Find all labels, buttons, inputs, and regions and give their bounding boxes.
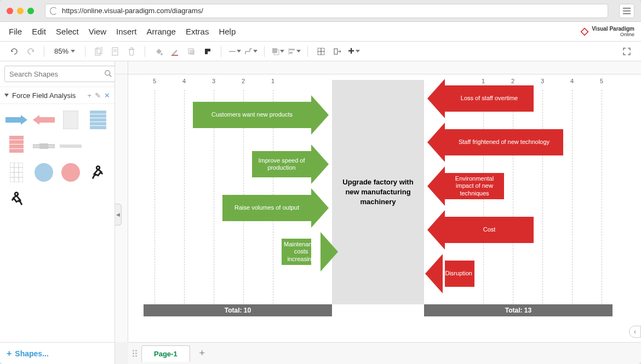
svg-point-7 bbox=[161, 53, 163, 55]
fill-button[interactable] bbox=[152, 45, 165, 58]
close-icon[interactable]: ✕ bbox=[104, 91, 110, 100]
waypoint-button[interactable] bbox=[244, 45, 257, 58]
grip-icon[interactable] bbox=[133, 350, 137, 357]
driving-force-arrow[interactable]: Raise volumes of output bbox=[222, 195, 311, 221]
undo-button[interactable] bbox=[8, 45, 21, 58]
delete-button[interactable] bbox=[125, 45, 138, 58]
arrow-head-icon bbox=[427, 123, 445, 162]
chevron-down-icon bbox=[4, 94, 9, 97]
main-area: Force Field Analysis + ✎ ✕ bbox=[0, 61, 641, 364]
ruler-corner bbox=[115, 61, 128, 74]
reload-icon[interactable] bbox=[50, 7, 58, 15]
driving-force-arrow[interactable]: Improve speed of production bbox=[252, 151, 311, 177]
arrow-head-icon bbox=[425, 254, 443, 293]
grid-button[interactable] bbox=[314, 45, 328, 58]
arrow-head-icon bbox=[321, 232, 338, 271]
menu-arrange[interactable]: Arrange bbox=[147, 27, 176, 36]
arrow-label: Disruption bbox=[443, 270, 474, 277]
shape-circle-blue[interactable] bbox=[32, 161, 56, 184]
canvas-area: ◀ 5432112345Upgrade factory with new man… bbox=[115, 61, 641, 364]
menu-view[interactable]: View bbox=[89, 27, 106, 36]
shape-circle-red[interactable] bbox=[59, 161, 83, 184]
svg-rect-28 bbox=[63, 111, 78, 129]
svg-rect-32 bbox=[90, 122, 106, 125]
chevron-down-icon bbox=[253, 50, 257, 53]
search-shapes-box[interactable] bbox=[4, 66, 117, 82]
chevron-down-icon bbox=[296, 50, 301, 53]
collapse-sidebar-handle[interactable]: ◀ bbox=[115, 204, 122, 226]
shape-bar[interactable] bbox=[32, 135, 56, 158]
expand-format-panel-handle[interactable]: ‹ bbox=[629, 326, 641, 338]
restraining-force-arrow[interactable]: Cost bbox=[445, 217, 534, 243]
svg-rect-33 bbox=[90, 126, 106, 129]
minimize-window-button[interactable] bbox=[17, 8, 24, 14]
shape-empty[interactable] bbox=[86, 135, 110, 158]
shape-grid[interactable] bbox=[4, 161, 28, 184]
shape-stack-red[interactable] bbox=[4, 135, 28, 158]
svg-marker-27 bbox=[33, 115, 39, 125]
shape-bar-thin[interactable] bbox=[59, 135, 83, 158]
restraining-force-arrow[interactable]: Staff frightened of new technology bbox=[445, 129, 563, 155]
canvas[interactable]: 5432112345Upgrade factory with new manuf… bbox=[128, 74, 641, 342]
restraining-force-arrow[interactable]: Environmental impact of new techniques bbox=[445, 173, 504, 199]
zoom-selector[interactable]: 85% bbox=[51, 47, 78, 55]
add-page-button[interactable]: + bbox=[194, 346, 210, 361]
line-color-button[interactable] bbox=[168, 45, 181, 58]
svg-rect-3 bbox=[97, 47, 102, 54]
svg-rect-29 bbox=[90, 111, 106, 114]
page-tab[interactable]: Page-1 bbox=[141, 345, 190, 362]
plus-icon[interactable]: + bbox=[87, 91, 91, 100]
panel-header[interactable]: Force Field Analysis + ✎ ✕ bbox=[0, 86, 115, 104]
arrow-label: Improve speed of production bbox=[252, 157, 311, 171]
pencil-icon[interactable]: ✎ bbox=[95, 91, 101, 100]
arrow-label: Cost bbox=[445, 226, 534, 233]
menu-file[interactable]: File bbox=[9, 27, 22, 36]
shapes-palette bbox=[0, 104, 115, 215]
svg-rect-13 bbox=[272, 48, 277, 53]
redo-button[interactable] bbox=[24, 45, 37, 58]
window-controls bbox=[7, 8, 34, 14]
align-button[interactable] bbox=[288, 45, 301, 58]
menu-edit[interactable]: Edit bbox=[32, 27, 46, 36]
shadow-button[interactable] bbox=[185, 45, 198, 58]
svg-rect-10 bbox=[190, 50, 194, 55]
svg-line-23 bbox=[110, 75, 112, 77]
total-driving-bar[interactable]: Total: 10 bbox=[144, 304, 332, 316]
menu-help[interactable]: Help bbox=[219, 27, 236, 36]
shape-driving-arrow[interactable] bbox=[4, 108, 28, 131]
paste-button[interactable] bbox=[108, 45, 122, 58]
snap-button[interactable] bbox=[331, 45, 344, 58]
insert-button[interactable]: + bbox=[347, 45, 360, 58]
shape-person-pull[interactable] bbox=[4, 187, 28, 210]
close-window-button[interactable] bbox=[7, 8, 13, 14]
more-shapes-button[interactable]: + Shapes... bbox=[0, 342, 115, 364]
menu-select[interactable]: Select bbox=[56, 27, 79, 36]
restraining-force-arrow[interactable]: Disruption bbox=[445, 261, 474, 287]
shape-stack-blue[interactable] bbox=[86, 108, 110, 131]
arrow-head-icon bbox=[311, 145, 329, 184]
hamburger-menu-icon[interactable] bbox=[619, 4, 634, 18]
style-button[interactable] bbox=[201, 45, 214, 58]
arrow-head-icon bbox=[311, 188, 329, 228]
address-bar[interactable]: https://online.visual-paradigm.com/diagr… bbox=[45, 4, 608, 18]
shape-person-push[interactable] bbox=[86, 161, 110, 184]
driving-force-arrow[interactable]: Maintenance costs increasing bbox=[282, 239, 311, 265]
shape-center-box[interactable] bbox=[59, 108, 83, 131]
tofront-button[interactable] bbox=[271, 45, 284, 58]
restraining-force-arrow[interactable]: Loss of staff overtime bbox=[445, 85, 534, 112]
fullscreen-button[interactable] bbox=[620, 45, 633, 58]
copy-button[interactable] bbox=[92, 45, 105, 58]
driving-force-arrow[interactable]: Customers want new products bbox=[193, 102, 311, 128]
connection-button[interactable] bbox=[228, 45, 241, 58]
arrow-head-icon bbox=[427, 166, 445, 206]
menu-insert[interactable]: Insert bbox=[116, 27, 137, 36]
center-proposal-box[interactable]: Upgrade factory with new manufacturing m… bbox=[332, 80, 424, 304]
search-input[interactable] bbox=[9, 70, 101, 78]
shape-restraining-arrow[interactable] bbox=[32, 108, 56, 131]
chevron-down-icon bbox=[237, 50, 241, 53]
menu-extras[interactable]: Extras bbox=[186, 27, 209, 36]
chevron-down-icon bbox=[356, 50, 360, 53]
search-icon bbox=[105, 70, 112, 78]
total-restraining-bar[interactable]: Total: 13 bbox=[424, 304, 613, 316]
maximize-window-button[interactable] bbox=[27, 8, 34, 14]
